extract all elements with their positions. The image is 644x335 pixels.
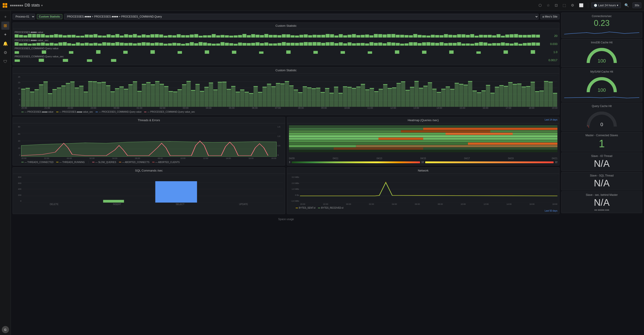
svg-rect-481 — [490, 93, 495, 107]
network-legend: BYTES_SENT-d BYTES_RECEIVED-d — [289, 205, 558, 209]
sidebar-item-shield[interactable]: 🛡 — [1, 58, 10, 66]
svg-rect-151 — [150, 43, 154, 46]
svg-rect-257 — [476, 52, 481, 54]
svg-rect-182 — [286, 43, 290, 46]
svg-rect-489 — [508, 82, 512, 107]
svg-rect-38 — [181, 35, 185, 38]
svg-rect-258 — [504, 50, 508, 54]
app-logo[interactable] — [3, 3, 7, 8]
svg-rect-417 — [348, 87, 352, 107]
svg-rect-190 — [321, 43, 325, 46]
svg-rect-445 — [410, 87, 414, 107]
svg-rect-243 — [96, 50, 100, 54]
svg-rect-84 — [383, 34, 387, 38]
svg-rect-261 — [39, 59, 44, 62]
svg-rect-391 — [290, 86, 294, 107]
svg-rect-288 — [57, 88, 61, 88]
svg-rect-392 — [290, 86, 294, 86]
nav-right: ⬡ ☆ ⊡ ⬚ ⚙ ⬜ 🕐 Last 24 hours ▾ 🔍 30s — [537, 2, 641, 8]
svg-rect-432 — [379, 89, 383, 90]
svg-rect-348 — [191, 90, 195, 90]
svg-rect-106 — [479, 35, 483, 38]
sparkline-label-2: PROCESSES_COMMAND.Query value — [14, 47, 558, 50]
time-range-btn[interactable]: 🕐 Last 24 hours ▾ — [592, 2, 621, 8]
svg-rect-186 — [304, 42, 308, 46]
query-cache-gauge: 0 — [564, 108, 639, 129]
zoom-btn[interactable]: 🔍 — [623, 2, 630, 8]
sidebar-item-dashboard[interactable]: ⊞ — [1, 22, 10, 30]
svg-rect-77 — [352, 34, 356, 38]
svg-rect-48 — [225, 35, 229, 38]
svg-rect-83 — [378, 34, 382, 38]
chart-icon-btn[interactable]: ⬡ — [537, 2, 543, 8]
svg-rect-119 — [536, 34, 540, 38]
svg-rect-414 — [338, 93, 343, 94]
svg-rect-280 — [39, 84, 44, 85]
svg-rect-259 — [531, 50, 535, 54]
svg-rect-382 — [267, 84, 271, 84]
svg-rect-504 — [540, 90, 544, 91]
svg-rect-47 — [220, 35, 225, 38]
svg-rect-216 — [435, 43, 439, 46]
svg-rect-330 — [151, 84, 155, 85]
svg-rect-443 — [406, 90, 410, 107]
snapshot-btn[interactable]: ⬚ — [561, 2, 567, 8]
svg-rect-434 — [383, 84, 388, 85]
sidebar-item-alerts[interactable]: 🔔 — [1, 40, 10, 48]
svg-rect-264 — [111, 59, 116, 62]
svg-rect-169 — [229, 43, 234, 46]
svg-rect-485 — [500, 85, 504, 107]
svg-rect-188 — [312, 42, 316, 46]
svg-rect-203 — [378, 42, 382, 46]
svg-rect-128 — [50, 43, 54, 46]
svg-rect-453 — [428, 82, 432, 107]
svg-rect-494 — [517, 84, 522, 84]
svg-rect-503 — [540, 90, 544, 107]
sidebar-item-explore[interactable]: ✦ — [1, 30, 10, 39]
svg-rect-491 — [513, 84, 517, 107]
svg-rect-79 — [361, 35, 365, 38]
svg-rect-176 — [260, 43, 264, 46]
refresh-btn[interactable]: 30s — [632, 2, 641, 8]
svg-rect-209 — [404, 44, 408, 46]
svg-rect-78 — [356, 35, 360, 38]
svg-rect-476 — [477, 92, 481, 93]
svg-rect-117 — [527, 35, 531, 38]
sparkline-label-3: PROCESSES_COMMAND.Query value_sec — [14, 55, 558, 58]
svg-rect-34 — [164, 36, 168, 38]
svg-rect-219 — [448, 43, 452, 46]
panel1-header: Custom Statistic — [13, 23, 559, 29]
query-selector[interactable]: PROCESSES.■■■■ + PROCESSES.■■■■ + PROCES… — [64, 14, 538, 20]
svg-rect-7 — [45, 35, 49, 38]
svg-rect-318 — [124, 89, 128, 90]
svg-rect-308 — [102, 82, 106, 82]
svg-rect-20 — [102, 36, 106, 38]
svg-rect-159 — [186, 43, 190, 46]
stat-slave-sql-value: N/A — [564, 178, 639, 188]
share-btn[interactable]: ⊡ — [554, 2, 559, 8]
settings-btn[interactable]: ⚙ — [570, 2, 576, 8]
svg-rect-397 — [303, 86, 307, 107]
svg-rect-26 — [128, 35, 133, 38]
myisam-sparkline — [564, 94, 639, 99]
meo-site-btn[interactable]: ⊞ Meo's Site — [540, 14, 560, 19]
svg-rect-225 — [475, 43, 479, 46]
filter-dropdown[interactable]: Proceso-01 — [12, 14, 35, 20]
svg-rect-14 — [76, 36, 80, 38]
svg-rect-9 — [54, 34, 58, 38]
svg-rect-166 — [216, 44, 220, 46]
svg-rect-246 — [178, 51, 182, 54]
sidebar-avatar[interactable]: G — [2, 326, 9, 333]
network-chart-svg — [300, 176, 558, 202]
sidebar-item-add[interactable]: ＋ — [1, 12, 10, 21]
stat-query-cache: Query Cache Hit 0 — [561, 102, 642, 131]
svg-rect-163 — [203, 42, 207, 46]
svg-rect-93 — [422, 35, 426, 38]
svg-rect-260 — [14, 59, 20, 62]
sparkline-label-0: PROCESSES.■■■■ value — [14, 31, 558, 34]
star-btn[interactable]: ☆ — [545, 2, 551, 8]
svg-rect-172 — [242, 43, 246, 46]
sidebar-item-settings[interactable]: ⚙ — [1, 48, 10, 57]
sparkline-row-2: PROCESSES_COMMAND.Query value 1.0 — [14, 47, 558, 54]
monitor-btn[interactable]: ⬜ — [578, 2, 585, 8]
